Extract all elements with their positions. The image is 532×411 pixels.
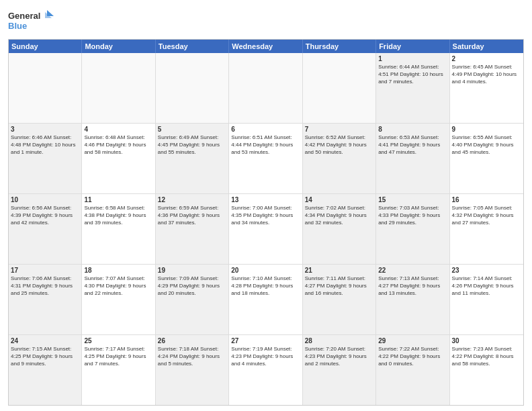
page-header: General Blue: [8, 7, 524, 34]
day-number: 28: [305, 336, 373, 345]
day-info: Sunrise: 7:13 AM Sunset: 4:27 PM Dayligh…: [378, 275, 447, 297]
day-cell-29: 29Sunrise: 7:22 AM Sunset: 4:22 PM Dayli…: [376, 335, 449, 405]
day-number: 27: [231, 336, 300, 345]
day-number: 5: [158, 125, 226, 134]
day-number: 13: [231, 195, 300, 204]
day-cell-28: 28Sunrise: 7:20 AM Sunset: 4:23 PM Dayli…: [303, 335, 376, 405]
day-cell-16: 16Sunrise: 7:05 AM Sunset: 4:32 PM Dayli…: [450, 194, 523, 264]
header-cell-monday: Monday: [82, 40, 155, 53]
day-number: 14: [305, 195, 373, 204]
day-cell-5: 5Sunrise: 6:49 AM Sunset: 4:45 PM Daylig…: [156, 124, 229, 193]
day-number: 6: [231, 125, 300, 134]
calendar-row-2: 10Sunrise: 6:56 AM Sunset: 4:39 PM Dayli…: [9, 194, 523, 265]
day-number: 3: [11, 125, 79, 134]
day-info: Sunrise: 6:48 AM Sunset: 4:46 PM Dayligh…: [84, 134, 152, 156]
day-number: 16: [452, 195, 521, 204]
day-cell-17: 17Sunrise: 7:06 AM Sunset: 4:31 PM Dayli…: [9, 265, 82, 334]
day-number: 11: [84, 195, 152, 204]
calendar-body: 1Sunrise: 6:44 AM Sunset: 4:51 PM Daylig…: [9, 53, 523, 405]
header-cell-sunday: Sunday: [9, 40, 82, 53]
calendar-header-row: SundayMondayTuesdayWednesdayThursdayFrid…: [9, 40, 523, 53]
header-cell-thursday: Thursday: [303, 40, 376, 53]
day-number: 22: [378, 266, 447, 275]
day-cell-7: 7Sunrise: 6:52 AM Sunset: 4:42 PM Daylig…: [303, 124, 376, 193]
calendar-row-4: 24Sunrise: 7:15 AM Sunset: 4:25 PM Dayli…: [9, 335, 523, 405]
empty-cell-0-4: [303, 53, 376, 123]
day-number: 10: [11, 195, 79, 204]
day-cell-25: 25Sunrise: 7:17 AM Sunset: 4:25 PM Dayli…: [82, 335, 155, 405]
day-info: Sunrise: 7:05 AM Sunset: 4:32 PM Dayligh…: [452, 205, 521, 226]
day-number: 26: [158, 336, 226, 345]
day-info: Sunrise: 7:15 AM Sunset: 4:25 PM Dayligh…: [11, 346, 79, 367]
day-cell-20: 20Sunrise: 7:10 AM Sunset: 4:28 PM Dayli…: [229, 265, 302, 334]
day-info: Sunrise: 7:23 AM Sunset: 4:22 PM Dayligh…: [452, 346, 521, 367]
day-info: Sunrise: 6:56 AM Sunset: 4:39 PM Dayligh…: [11, 205, 79, 226]
day-cell-11: 11Sunrise: 6:58 AM Sunset: 4:38 PM Dayli…: [82, 194, 155, 264]
svg-text:General: General: [8, 11, 40, 21]
day-info: Sunrise: 7:20 AM Sunset: 4:23 PM Dayligh…: [305, 346, 373, 367]
day-number: 1: [378, 54, 447, 63]
header-cell-friday: Friday: [376, 40, 449, 53]
day-cell-12: 12Sunrise: 6:59 AM Sunset: 4:36 PM Dayli…: [156, 194, 229, 264]
day-info: Sunrise: 6:46 AM Sunset: 4:48 PM Dayligh…: [11, 134, 79, 156]
day-info: Sunrise: 6:49 AM Sunset: 4:45 PM Dayligh…: [158, 134, 226, 156]
day-cell-4: 4Sunrise: 6:48 AM Sunset: 4:46 PM Daylig…: [82, 124, 155, 193]
day-number: 7: [305, 125, 373, 134]
day-info: Sunrise: 7:09 AM Sunset: 4:29 PM Dayligh…: [158, 275, 226, 297]
day-cell-19: 19Sunrise: 7:09 AM Sunset: 4:29 PM Dayli…: [156, 265, 229, 334]
day-info: Sunrise: 7:18 AM Sunset: 4:24 PM Dayligh…: [158, 346, 226, 367]
header-cell-tuesday: Tuesday: [156, 40, 229, 53]
day-cell-22: 22Sunrise: 7:13 AM Sunset: 4:27 PM Dayli…: [376, 265, 449, 334]
day-number: 4: [84, 125, 152, 134]
day-cell-14: 14Sunrise: 7:02 AM Sunset: 4:34 PM Dayli…: [303, 194, 376, 264]
header-cell-wednesday: Wednesday: [229, 40, 302, 53]
day-number: 15: [378, 195, 447, 204]
day-cell-8: 8Sunrise: 6:53 AM Sunset: 4:41 PM Daylig…: [376, 124, 449, 193]
day-number: 30: [452, 336, 521, 345]
day-info: Sunrise: 7:19 AM Sunset: 4:23 PM Dayligh…: [231, 346, 300, 367]
day-info: Sunrise: 6:45 AM Sunset: 4:49 PM Dayligh…: [452, 64, 521, 85]
day-cell-21: 21Sunrise: 7:11 AM Sunset: 4:27 PM Dayli…: [303, 265, 376, 334]
day-cell-2: 2Sunrise: 6:45 AM Sunset: 4:49 PM Daylig…: [450, 53, 523, 123]
day-number: 12: [158, 195, 226, 204]
day-number: 9: [452, 125, 521, 134]
empty-cell-0-0: [9, 53, 82, 123]
day-info: Sunrise: 7:17 AM Sunset: 4:25 PM Dayligh…: [84, 346, 152, 367]
day-cell-18: 18Sunrise: 7:07 AM Sunset: 4:30 PM Dayli…: [82, 265, 155, 334]
day-info: Sunrise: 7:22 AM Sunset: 4:22 PM Dayligh…: [378, 346, 447, 367]
empty-cell-0-2: [156, 53, 229, 123]
calendar: SundayMondayTuesdayWednesdayThursdayFrid…: [8, 39, 524, 406]
day-info: Sunrise: 6:58 AM Sunset: 4:38 PM Dayligh…: [84, 205, 152, 226]
day-cell-10: 10Sunrise: 6:56 AM Sunset: 4:39 PM Dayli…: [9, 194, 82, 264]
day-info: Sunrise: 6:44 AM Sunset: 4:51 PM Dayligh…: [378, 64, 447, 85]
calendar-row-3: 17Sunrise: 7:06 AM Sunset: 4:31 PM Dayli…: [9, 265, 523, 335]
day-info: Sunrise: 6:59 AM Sunset: 4:36 PM Dayligh…: [158, 205, 226, 226]
day-number: 17: [11, 266, 79, 275]
day-cell-1: 1Sunrise: 6:44 AM Sunset: 4:51 PM Daylig…: [376, 53, 449, 123]
day-info: Sunrise: 6:52 AM Sunset: 4:42 PM Dayligh…: [305, 134, 373, 156]
day-cell-13: 13Sunrise: 7:00 AM Sunset: 4:35 PM Dayli…: [229, 194, 302, 264]
day-info: Sunrise: 7:14 AM Sunset: 4:26 PM Dayligh…: [452, 275, 521, 297]
calendar-row-0: 1Sunrise: 6:44 AM Sunset: 4:51 PM Daylig…: [9, 53, 523, 124]
day-info: Sunrise: 7:02 AM Sunset: 4:34 PM Dayligh…: [305, 205, 373, 226]
day-cell-26: 26Sunrise: 7:18 AM Sunset: 4:24 PM Dayli…: [156, 335, 229, 405]
day-cell-15: 15Sunrise: 7:03 AM Sunset: 4:33 PM Dayli…: [376, 194, 449, 264]
day-info: Sunrise: 7:03 AM Sunset: 4:33 PM Dayligh…: [378, 205, 447, 226]
day-number: 29: [378, 336, 447, 345]
day-cell-23: 23Sunrise: 7:14 AM Sunset: 4:26 PM Dayli…: [450, 265, 523, 334]
day-info: Sunrise: 7:10 AM Sunset: 4:28 PM Dayligh…: [231, 275, 300, 297]
day-number: 19: [158, 266, 226, 275]
day-cell-24: 24Sunrise: 7:15 AM Sunset: 4:25 PM Dayli…: [9, 335, 82, 405]
day-info: Sunrise: 7:11 AM Sunset: 4:27 PM Dayligh…: [305, 275, 373, 297]
day-info: Sunrise: 7:07 AM Sunset: 4:30 PM Dayligh…: [84, 275, 152, 297]
day-cell-30: 30Sunrise: 7:23 AM Sunset: 4:22 PM Dayli…: [450, 335, 523, 405]
logo: General Blue: [8, 7, 55, 34]
day-info: Sunrise: 7:06 AM Sunset: 4:31 PM Dayligh…: [11, 275, 79, 297]
day-number: 2: [452, 54, 521, 63]
day-number: 8: [378, 125, 447, 134]
day-info: Sunrise: 6:51 AM Sunset: 4:44 PM Dayligh…: [231, 134, 300, 156]
day-cell-27: 27Sunrise: 7:19 AM Sunset: 4:23 PM Dayli…: [229, 335, 302, 405]
empty-cell-0-3: [229, 53, 302, 123]
day-number: 23: [452, 266, 521, 275]
day-info: Sunrise: 6:55 AM Sunset: 4:40 PM Dayligh…: [452, 134, 521, 156]
